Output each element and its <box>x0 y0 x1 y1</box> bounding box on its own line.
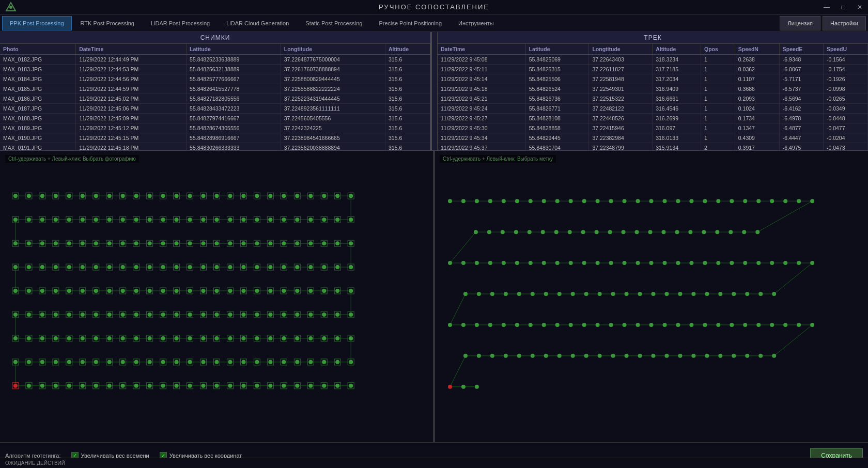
track-point[interactable] <box>662 323 667 327</box>
right-viz-panel[interactable]: Ctrl-удерживать + Левый-клик: Выбрать ме… <box>435 151 868 442</box>
track-point[interactable] <box>649 323 654 327</box>
track-point[interactable] <box>623 199 627 203</box>
track-point[interactable] <box>675 230 679 234</box>
settings-button[interactable]: Настройки <box>823 16 866 30</box>
track-point[interactable] <box>475 323 479 327</box>
track-point[interactable] <box>596 323 600 327</box>
track-point[interactable] <box>716 199 720 203</box>
track-point[interactable] <box>475 199 479 203</box>
track-point[interactable] <box>638 354 642 358</box>
track-point[interactable] <box>463 354 468 358</box>
track-point[interactable] <box>732 292 736 296</box>
track-point[interactable] <box>625 354 629 358</box>
track-point[interactable] <box>448 261 452 265</box>
track-point[interactable] <box>648 230 653 234</box>
track-point[interactable] <box>557 354 562 358</box>
track-point[interactable] <box>541 230 545 234</box>
track-point[interactable] <box>490 292 494 296</box>
snimki-row[interactable]: MAX_0184.JPG11/29/2022 12:44:56 PM55.848… <box>0 74 430 84</box>
track-point[interactable] <box>608 230 612 234</box>
snimki-row[interactable]: MAX_0191.JPG11/29/2022 12:45:18 PM55.848… <box>0 143 430 151</box>
track-point[interactable] <box>609 261 613 265</box>
track-point[interactable] <box>772 292 776 296</box>
track-point[interactable] <box>461 323 466 327</box>
track-point[interactable] <box>676 199 680 203</box>
trek-table-scroll[interactable]: DateTimeLatitudeLongtitudeAltitudeQposSp… <box>438 44 868 150</box>
track-point[interactable] <box>488 261 492 265</box>
track-point[interactable] <box>529 261 533 265</box>
track-point[interactable] <box>649 261 654 265</box>
track-point[interactable] <box>595 230 599 234</box>
track-point[interactable] <box>770 261 774 265</box>
track-point[interactable] <box>448 199 452 203</box>
track-point[interactable] <box>477 354 481 358</box>
track-point[interactable] <box>758 354 763 358</box>
track-point[interactable] <box>664 292 669 296</box>
track-point[interactable] <box>448 385 452 389</box>
track-point[interactable] <box>475 261 479 265</box>
track-point[interactable] <box>542 323 546 327</box>
track-point[interactable] <box>463 292 468 296</box>
track-point[interactable] <box>475 385 479 389</box>
track-point[interactable] <box>609 323 613 327</box>
track-point[interactable] <box>783 199 787 203</box>
track-point[interactable] <box>730 323 734 327</box>
track-point[interactable] <box>623 323 627 327</box>
track-point[interactable] <box>797 261 801 265</box>
track-point[interactable] <box>581 230 585 234</box>
track-point[interactable] <box>797 323 801 327</box>
track-point[interactable] <box>504 292 508 296</box>
track-point[interactable] <box>529 323 533 327</box>
trek-row[interactable]: 11/29/2022 9:45:2455.8482677137.22482122… <box>438 104 868 114</box>
track-point[interactable] <box>488 199 492 203</box>
track-point[interactable] <box>555 199 560 203</box>
track-point[interactable] <box>745 292 749 296</box>
track-point[interactable] <box>569 323 573 327</box>
track-point[interactable] <box>598 292 602 296</box>
track-point[interactable] <box>703 199 707 203</box>
track-point[interactable] <box>649 199 654 203</box>
trek-row[interactable]: 11/29/2022 9:45:3055.8482885837.22415946… <box>438 123 868 133</box>
track-point[interactable] <box>705 292 709 296</box>
track-point[interactable] <box>515 261 519 265</box>
trek-row[interactable]: 11/29/2022 9:45:1855.8482652437.22549301… <box>438 84 868 94</box>
track-point[interactable] <box>609 199 613 203</box>
track-point[interactable] <box>584 354 588 358</box>
track-point[interactable] <box>568 230 572 234</box>
track-point[interactable] <box>755 230 760 234</box>
snimki-row[interactable]: MAX_0189.JPG11/29/2022 12:45:12 PM55.848… <box>0 123 430 133</box>
track-point[interactable] <box>487 230 491 234</box>
track-point[interactable] <box>702 230 706 234</box>
track-point[interactable] <box>689 261 693 265</box>
snimki-table-scroll[interactable]: PhotoDateTimeLatitudeLongtitudeAltitude … <box>0 44 430 150</box>
track-point[interactable] <box>636 261 640 265</box>
track-point[interactable] <box>661 230 665 234</box>
trek-row[interactable]: 11/29/2022 9:45:3455.8482944537.22382984… <box>438 133 868 143</box>
track-point[interactable] <box>716 323 720 327</box>
track-point[interactable] <box>730 199 734 203</box>
left-viz-panel[interactable]: Ctrl-удерживать + Левый-клик: Выбрать фо… <box>0 151 435 442</box>
track-point[interactable] <box>582 199 586 203</box>
track-point[interactable] <box>582 261 586 265</box>
track-point[interactable] <box>502 261 506 265</box>
snimki-row[interactable]: MAX_0190.JPG11/29/2022 12:45:15 PM55.848… <box>0 133 430 143</box>
track-point[interactable] <box>652 354 656 358</box>
track-point[interactable] <box>810 261 814 265</box>
track-point[interactable] <box>598 354 602 358</box>
track-point[interactable] <box>810 199 814 203</box>
track-point[interactable] <box>528 230 532 234</box>
track-point[interactable] <box>461 261 466 265</box>
track-point[interactable] <box>745 354 749 358</box>
track-point[interactable] <box>770 199 774 203</box>
track-point[interactable] <box>810 323 814 327</box>
snimki-row[interactable]: MAX_0187.JPG11/29/2022 12:45:06 PM55.848… <box>0 104 430 114</box>
track-point[interactable] <box>544 292 548 296</box>
track-point[interactable] <box>638 292 642 296</box>
track-point[interactable] <box>623 261 627 265</box>
track-point[interactable] <box>555 261 560 265</box>
track-point[interactable] <box>515 199 519 203</box>
nav-tab-cloud[interactable]: LiDAR Cloud Generation <box>219 16 297 30</box>
track-point[interactable] <box>688 230 692 234</box>
track-point[interactable] <box>557 292 562 296</box>
track-point[interactable] <box>729 230 733 234</box>
